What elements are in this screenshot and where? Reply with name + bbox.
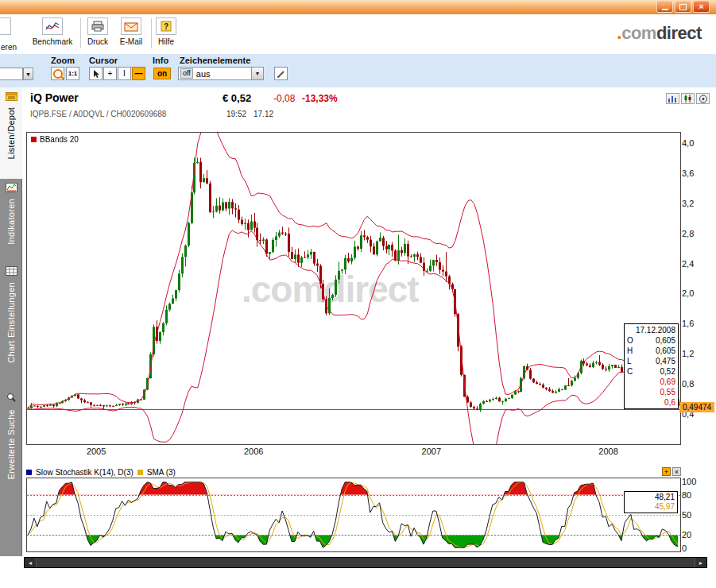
scroll-right-arrow[interactable]: ►: [695, 558, 706, 567]
chevron-down-icon[interactable]: ▼: [23, 68, 33, 80]
cursor-ibeam-button[interactable]: I: [118, 67, 131, 80]
sidebar-tab-indikatoren[interactable]: Indikatoren: [0, 179, 22, 262]
chevron-down-icon[interactable]: ▼: [251, 68, 263, 79]
price-axis-tick: 1,6: [682, 319, 694, 328]
comdirect-logo: .comdirect: [617, 22, 702, 44]
toolbar-button-label: Druck: [83, 37, 113, 46]
stochastic-chart-canvas[interactable]: [27, 478, 680, 551]
sidebar-tab-erweiterte-suche[interactable]: Erweiterte Suche: [0, 389, 22, 502]
indicator-legend: Slow Stochastik K(14), D(3) SMA (3) + ×: [26, 467, 681, 478]
price-chart-panel: .comdirect BBands 20 17.12.2008 O0,605 H…: [26, 132, 681, 445]
price-axis-tick: 1,2: [682, 349, 694, 358]
stochastic-sma-value: 45,97: [627, 502, 675, 512]
instrument-identifiers: IQPB.FSE / A0DQVL / CH0020609688: [30, 110, 166, 118]
open-label: O: [627, 335, 633, 346]
price-axis-tick: 2,0: [682, 288, 694, 298]
close-icon: ×: [699, 2, 703, 11]
infobox-high-row: H0,605: [627, 346, 675, 356]
sidebar-tab-listen-depot[interactable]: Listen/Depot: [0, 87, 22, 179]
chart-settings-button[interactable]: [696, 93, 710, 104]
sidebar-tab-label: Indikatoren: [6, 199, 16, 245]
stochastic-infobox: 48,21 45,97: [624, 491, 678, 513]
info-toggle-button[interactable]: on: [153, 68, 171, 79]
stochastic-axis-tick: 100: [682, 477, 696, 486]
plus-icon: +: [108, 69, 113, 78]
cursor-crosshair-button[interactable]: +: [103, 67, 117, 80]
low-label: L: [627, 356, 632, 366]
candlestick-chart-canvas[interactable]: [27, 133, 680, 444]
stochastic-k-value: 48,21: [627, 493, 675, 502]
toolbar-button-label: Benchmark: [29, 37, 76, 46]
change-absolute: -0,08: [273, 93, 295, 104]
info-group-label: Info: [153, 56, 168, 65]
envelope-icon: [121, 17, 141, 35]
restore-icon: [679, 4, 687, 10]
draw-elements-select[interactable]: off aus ▼: [178, 67, 264, 80]
scroll-left-arrow[interactable]: ◄: [25, 558, 36, 567]
minimize-button[interactable]: [656, 1, 673, 13]
time-axis-tick: 2006: [238, 447, 269, 456]
stochastic-axis-tick: 0: [682, 544, 687, 553]
stochastic-panel: 48,21 45,97: [26, 478, 681, 552]
price-axis-tick: 4,0: [682, 138, 694, 148]
legend-color-swatch: [31, 137, 37, 142]
sidebar: Listen/DepotIndikatorenChart Einstellung…: [0, 87, 22, 556]
stochastic-axis-tick: 20: [682, 530, 691, 540]
toolbar-button-e-mail[interactable]: E-Mail: [114, 17, 148, 46]
cursor-pointer-button[interactable]: [89, 67, 103, 80]
open-value: 0,605: [656, 335, 675, 346]
price-axis-tick: 0,8: [682, 379, 694, 389]
zoom-in-button[interactable]: [51, 67, 64, 80]
instrument-name: iQ Power: [30, 91, 79, 104]
horizontal-scrollbar[interactable]: ◄ ►: [24, 557, 707, 568]
band-lower-value: 0,55: [627, 387, 675, 397]
sidebar-tab-chart-einstellungen[interactable]: Chart Einstellungen: [0, 262, 22, 389]
draw-pencil-button[interactable]: [274, 67, 288, 80]
high-value: 0,605: [656, 346, 675, 356]
svg-text:?: ?: [164, 22, 168, 31]
infobox-close-row: C0,52: [627, 366, 675, 377]
close-button[interactable]: ×: [693, 1, 710, 13]
quote-header: iQ Power € 0,52 -0,08 -13,33% IQPB.FSE /…: [22, 87, 716, 132]
toolbar-button-benchmark[interactable]: Benchmark: [29, 17, 76, 46]
price-axis-tick: 3,6: [682, 168, 694, 178]
magnifier-icon: [6, 392, 17, 406]
stochastic-axis-tick: 80: [682, 490, 691, 500]
pencil-icon: [277, 69, 286, 79]
cursor-hline-button[interactable]: —: [132, 67, 145, 80]
toolbar-button-druck[interactable]: Druck: [83, 17, 113, 46]
time-axis-tick: 2008: [593, 447, 625, 456]
indicator-add-button[interactable]: +: [662, 467, 671, 476]
scrollbar-thumb[interactable]: [36, 558, 695, 567]
zoom-reset-button[interactable]: 1:1: [66, 67, 79, 80]
logo-direct: direct: [656, 23, 702, 43]
indicator-close-button[interactable]: ×: [672, 467, 681, 476]
benchmark-icon: [42, 17, 63, 35]
toolbar-divider: [151, 18, 152, 48]
band-upper-value: 0,69: [627, 377, 675, 387]
window-controls: ×: [656, 1, 710, 13]
partial-toolbar-button[interactable]: eren: [1, 43, 17, 52]
stochastic-legend-label: Slow Stochastik K(14), D(3): [36, 468, 134, 477]
change-percent: -13,33%: [302, 93, 338, 104]
infobox-low-row: L0,475: [627, 356, 675, 366]
time-axis-tick: 2005: [80, 447, 112, 456]
price-axis-tick: 2,8: [682, 229, 694, 238]
chart-settings-icon: [6, 265, 17, 279]
draw-off-badge: off: [180, 68, 193, 79]
restore-button[interactable]: [675, 1, 691, 13]
price-axis-tick: 2,4: [682, 259, 694, 269]
horizontal-line-icon: —: [135, 69, 143, 78]
infobox-date: 17.12.2008: [627, 325, 675, 335]
candlestick-view-button[interactable]: [681, 93, 695, 104]
quote-date: 17.12: [254, 110, 273, 118]
sidebar-tab-label: Listen/Depot: [6, 107, 16, 159]
toolbar-button-hilfe[interactable]: ?Hilfe: [153, 17, 179, 46]
timeframe-select-partial[interactable]: [0, 68, 23, 80]
bollinger-legend: BBands 20: [31, 135, 79, 144]
logo-com: com: [621, 23, 656, 43]
ohlc-infobox: 17.12.2008 O0,605 H0,605 L0,475 C0,52 0,…: [624, 323, 679, 409]
candlestick-icon: [683, 95, 693, 103]
stochastic-color-swatch: [26, 470, 32, 475]
bar-chart-view-button[interactable]: [666, 93, 679, 104]
